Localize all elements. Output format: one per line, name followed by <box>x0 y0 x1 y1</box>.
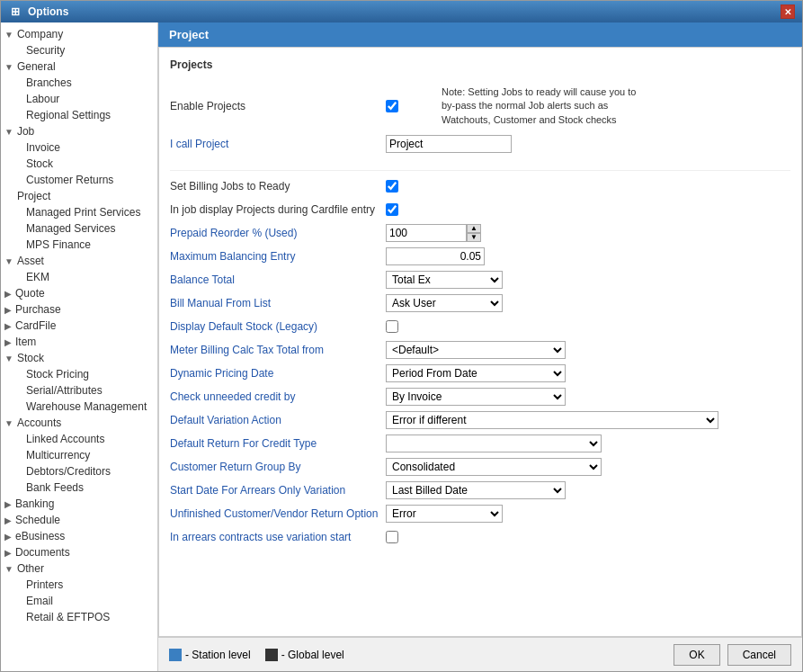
tree-arrow: ▶ <box>4 499 12 509</box>
tree-arrow: ▶ <box>4 515 12 525</box>
sidebar-item-serial-attributes[interactable]: Serial/Attributes <box>1 382 157 399</box>
tree-arrow: ▼ <box>4 256 13 266</box>
customer-return-select[interactable]: Consolidated Individual None <box>386 458 602 476</box>
sidebar-item-cardfile[interactable]: ▶CardFile <box>1 318 157 334</box>
options-window: ⊞ Options ✕ ▼Company Security ▼General B… <box>0 0 803 672</box>
sidebar-item-branches[interactable]: Branches <box>1 75 157 91</box>
bill-manual-label: Bill Manual From List <box>170 297 386 309</box>
in-arrears-checkbox[interactable] <box>386 531 398 543</box>
window-body: ▼Company Security ▼General Branches Labo… <box>1 22 802 671</box>
content-subtitle: Projects <box>170 55 790 75</box>
check-unneeded-label: Check unneeded credit by <box>170 390 386 403</box>
sidebar-item-other[interactable]: ▼Other <box>1 560 157 577</box>
prepaid-reorder-label: Prepaid Reorder % (Used) <box>170 227 386 239</box>
check-unneeded-row: Check unneeded credit by By Invoice By J… <box>170 387 790 407</box>
sidebar-item-stock2[interactable]: ▼Stock <box>1 350 157 366</box>
bottom-bar: - Station level - Global level OK Cancel <box>158 637 802 671</box>
section-header: Project <box>158 22 802 47</box>
sidebar-item-ekm[interactable]: EKM <box>1 269 157 285</box>
sidebar-item-linked-accounts[interactable]: Linked Accounts <box>1 431 157 447</box>
sidebar-item-job[interactable]: ▼Job <box>1 123 157 139</box>
balance-total-label: Balance Total <box>170 273 386 286</box>
start-date-select[interactable]: Last Billed Date Contract Start Today <box>386 481 566 499</box>
sidebar-item-schedule[interactable]: ▶Schedule <box>1 512 157 528</box>
sidebar-item-stock-pricing[interactable]: Stock Pricing <box>1 366 157 382</box>
sidebar: ▼Company Security ▼General Branches Labo… <box>1 22 158 671</box>
bill-manual-row: Bill Manual From List Ask User Always Ne… <box>170 293 790 313</box>
sidebar-item-mps-finance[interactable]: MPS Finance <box>1 237 157 253</box>
sidebar-item-email[interactable]: Email <box>1 593 157 609</box>
sidebar-item-project[interactable]: ▼Project <box>1 188 157 204</box>
sidebar-item-quote[interactable]: ▶Quote <box>1 285 157 301</box>
default-variation-row: Default Variation Action Error if differ… <box>170 410 790 430</box>
dynamic-pricing-select[interactable]: Period From Date Invoice Date Order Date <box>386 364 566 382</box>
sidebar-item-stock[interactable]: Stock <box>1 156 157 172</box>
sidebar-item-customer-returns[interactable]: Customer Returns <box>1 172 157 188</box>
legend: - Station level - Global level <box>169 649 344 661</box>
tree-arrow: ▶ <box>4 548 12 558</box>
cancel-button[interactable]: Cancel <box>727 644 791 666</box>
balance-total-select[interactable]: Total Ex Total Inc None <box>386 271 503 289</box>
tree-arrow: ▼ <box>4 418 13 428</box>
spin-buttons: ▲ ▼ <box>467 224 481 242</box>
customer-return-row: Customer Return Group By Consolidated In… <box>170 457 790 477</box>
default-variation-select[interactable]: Error if different Update Skip <box>386 411 718 429</box>
tree-arrow: ▼ <box>4 127 13 137</box>
global-legend-color <box>265 649 278 661</box>
sidebar-item-warehouse-management[interactable]: Warehouse Management <box>1 399 157 415</box>
i-call-project-input[interactable] <box>386 135 512 153</box>
sidebar-item-documents[interactable]: ▶Documents <box>1 544 157 560</box>
tree-arrow: ▶ <box>4 289 12 299</box>
close-button[interactable]: ✕ <box>781 4 795 19</box>
balance-total-row: Balance Total Total Ex Total Inc None <box>170 270 790 290</box>
sidebar-item-retail-eftpos[interactable]: Retail & EFTPOS <box>1 609 157 625</box>
sidebar-item-multicurrency[interactable]: Multicurrency <box>1 447 157 463</box>
tree-arrow: ▼ <box>4 354 13 363</box>
sidebar-item-ebusiness[interactable]: ▶eBusiness <box>1 528 157 544</box>
bill-manual-select[interactable]: Ask User Always Never <box>386 294 503 312</box>
sidebar-item-printers[interactable]: Printers <box>1 577 157 593</box>
note-box: Note: Setting Jobs to ready will cause y… <box>434 82 650 130</box>
default-return-select[interactable] <box>386 435 602 452</box>
unfinished-customer-select[interactable]: Error Warn Skip <box>386 505 503 523</box>
tree-arrow: ▼ <box>4 564 13 574</box>
i-call-project-row: I call Project <box>170 134 790 154</box>
spin-down[interactable]: ▼ <box>467 233 481 242</box>
display-default-stock-checkbox[interactable] <box>386 320 398 333</box>
meter-billing-select[interactable]: <Default> Option 1 <box>386 341 566 359</box>
prepaid-reorder-row: Prepaid Reorder % (Used) ▲ ▼ <box>170 223 790 243</box>
sidebar-item-company[interactable]: ▼Company <box>1 26 157 42</box>
set-billing-label: Set Billing Jobs to Ready <box>170 180 386 193</box>
set-billing-checkbox[interactable] <box>386 180 398 193</box>
tree-arrow: ▼ <box>4 30 13 40</box>
tree-arrow: ▼ <box>4 62 13 72</box>
sidebar-item-labour[interactable]: Labour <box>1 91 157 107</box>
max-balancing-row: Maximum Balancing Entry <box>170 246 790 266</box>
in-arrears-row: In arrears contracts use variation start <box>170 527 790 547</box>
sidebar-item-regional-settings[interactable]: Regional Settings <box>1 107 157 123</box>
prepaid-reorder-input[interactable] <box>386 224 467 242</box>
in-job-display-row: In job display Projects during Cardfile … <box>170 200 790 220</box>
sidebar-item-banking[interactable]: ▶Banking <box>1 496 157 512</box>
start-date-label: Start Date For Arrears Only Variation <box>170 484 386 497</box>
spin-up[interactable]: ▲ <box>467 224 481 233</box>
check-unneeded-select[interactable]: By Invoice By Job None <box>386 388 566 406</box>
sidebar-item-general[interactable]: ▼General <box>1 58 157 75</box>
ok-button[interactable]: OK <box>674 644 719 666</box>
sidebar-item-managed-services[interactable]: Managed Services <box>1 220 157 237</box>
sidebar-item-purchase[interactable]: ▶Purchase <box>1 301 157 318</box>
max-balancing-input[interactable] <box>386 247 485 265</box>
enable-projects-label: Enable Projects <box>170 100 386 112</box>
in-job-display-checkbox[interactable] <box>386 203 398 216</box>
prepaid-reorder-spinner: ▲ ▼ <box>386 224 481 242</box>
sidebar-item-bank-feeds[interactable]: Bank Feeds <box>1 479 157 496</box>
sidebar-item-security[interactable]: Security <box>1 42 157 58</box>
sidebar-item-item[interactable]: ▶Item <box>1 334 157 350</box>
tree-arrow: ▼ <box>4 192 13 202</box>
sidebar-item-invoice[interactable]: Invoice <box>1 139 157 156</box>
sidebar-item-managed-print-services[interactable]: Managed Print Services <box>1 204 157 220</box>
enable-projects-checkbox[interactable] <box>386 100 398 112</box>
sidebar-item-debtors-creditors[interactable]: Debtors/Creditors <box>1 463 157 479</box>
sidebar-item-accounts[interactable]: ▼Accounts <box>1 415 157 431</box>
sidebar-item-asset[interactable]: ▼Asset <box>1 253 157 269</box>
